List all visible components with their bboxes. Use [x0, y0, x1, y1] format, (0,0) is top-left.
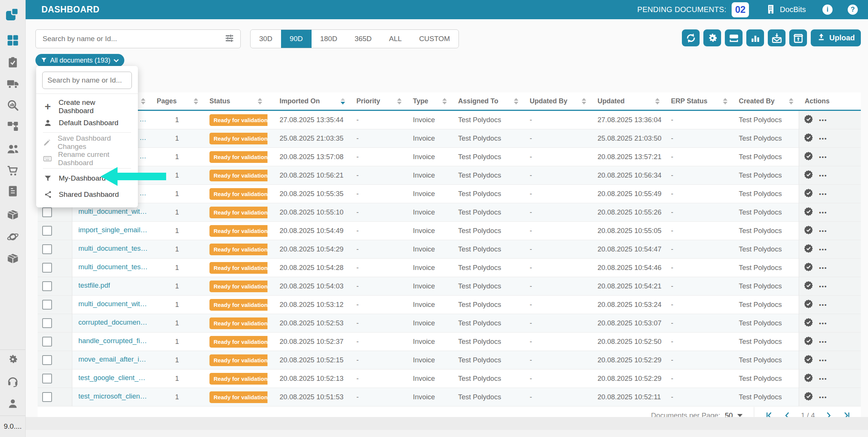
row-more-button[interactable]: ••• [819, 376, 827, 382]
row-checkbox[interactable] [42, 263, 52, 273]
sort-icon[interactable] [141, 98, 145, 104]
row-checkbox[interactable] [42, 300, 52, 310]
header-assigned-to[interactable]: Assigned To [452, 92, 524, 110]
menu-item-default-dashboard[interactable]: Default Dashboard [36, 115, 138, 131]
sidebar-item-shipments[interactable] [0, 76, 25, 92]
header-imported-on[interactable]: Imported On [267, 92, 350, 110]
sidebar-item-support[interactable] [0, 373, 25, 390]
header-erp-status[interactable]: ERP Status [665, 92, 733, 110]
help-icon[interactable]: ? [848, 5, 858, 15]
archive-upload-button[interactable] [789, 29, 807, 46]
validated-seal-icon[interactable] [804, 354, 813, 366]
row-more-button[interactable]: ••• [819, 320, 827, 327]
document-link[interactable]: testfile.pdf [78, 281, 110, 290]
validated-seal-icon[interactable] [804, 151, 813, 163]
filter-tune-icon[interactable] [225, 33, 234, 44]
validated-seal-icon[interactable] [804, 244, 813, 255]
refresh-button[interactable] [682, 29, 700, 46]
row-more-button[interactable]: ••• [819, 172, 827, 179]
menu-item-create-dashboard[interactable]: + Create new Dashboard [36, 98, 138, 115]
row-checkbox[interactable] [42, 226, 52, 236]
document-link[interactable]: test_microsoft_client… [78, 392, 148, 400]
row-checkbox[interactable] [42, 337, 52, 347]
validated-seal-icon[interactable] [804, 133, 813, 144]
sort-icon[interactable] [397, 98, 402, 104]
validated-seal-icon[interactable] [804, 336, 813, 348]
row-more-button[interactable]: ••• [819, 117, 827, 123]
sort-icon[interactable] [789, 98, 793, 104]
document-link[interactable]: … [139, 115, 147, 123]
validated-seal-icon[interactable] [804, 317, 813, 329]
sort-icon[interactable] [655, 98, 660, 104]
sidebar-item-dashboard[interactable] [0, 32, 25, 49]
sidebar-item-package-2[interactable] [0, 250, 25, 267]
menu-item-shared-dashboard[interactable]: Shared Dashbaord [36, 186, 138, 202]
sidebar-item-integrations[interactable] [0, 228, 25, 245]
header-priority[interactable]: Priority [350, 92, 407, 110]
validated-seal-icon[interactable] [804, 114, 813, 126]
header-updated[interactable]: Updated [591, 92, 665, 110]
validated-seal-icon[interactable] [804, 207, 813, 218]
row-checkbox[interactable] [42, 244, 52, 254]
settings-button[interactable] [703, 29, 721, 46]
menu-item-save-dashboard[interactable]: Save Dashboard Changes [36, 134, 138, 150]
document-link[interactable]: move_email_after_im… [78, 355, 148, 363]
range-30d[interactable]: 30D [251, 30, 281, 48]
row-more-button[interactable]: ••• [819, 228, 827, 234]
header-status[interactable]: Status [203, 92, 267, 110]
row-more-button[interactable]: ••• [819, 283, 827, 290]
dropdown-search-input[interactable] [43, 76, 131, 85]
sidebar-item-users[interactable] [0, 140, 25, 157]
docbits-logo-icon[interactable] [0, 6, 25, 23]
document-link[interactable]: multi_document_with… [78, 300, 148, 308]
row-more-button[interactable]: ••• [819, 357, 827, 363]
sidebar-item-orders[interactable] [0, 163, 25, 179]
header-pages[interactable]: Pages [151, 92, 203, 110]
row-checkbox[interactable] [42, 207, 52, 217]
document-link[interactable]: test_google_client_20… [78, 374, 148, 382]
document-link[interactable]: handle_corrupted_file… [78, 337, 148, 345]
document-link[interactable]: … [139, 189, 147, 197]
row-more-button[interactable]: ••• [819, 135, 827, 142]
row-more-button[interactable]: ••• [819, 339, 827, 345]
sort-icon[interactable] [258, 98, 262, 104]
document-link[interactable]: multi_document_test… [78, 244, 148, 253]
range-365d[interactable]: 365D [346, 30, 380, 48]
range-180d[interactable]: 180D [312, 30, 346, 48]
document-link[interactable]: … [139, 133, 147, 142]
row-more-button[interactable]: ••• [819, 265, 827, 271]
header-updated-by[interactable]: Updated By [524, 92, 591, 110]
row-checkbox[interactable] [42, 318, 52, 328]
info-icon[interactable]: i [822, 5, 833, 15]
validated-seal-icon[interactable] [804, 170, 813, 181]
document-link[interactable]: multi_document_test… [78, 263, 148, 271]
validated-seal-icon[interactable] [804, 391, 813, 403]
document-link[interactable]: import_single_email_… [78, 226, 148, 234]
mail-import-button[interactable] [768, 29, 785, 46]
range-all[interactable]: ALL [381, 30, 411, 48]
row-checkbox[interactable] [42, 281, 52, 291]
header-created-by[interactable]: Created By [733, 92, 799, 110]
row-checkbox[interactable] [42, 374, 52, 383]
validated-seal-icon[interactable] [804, 188, 813, 200]
row-more-button[interactable]: ••• [819, 302, 827, 308]
menu-item-rename-dashboard[interactable]: Rename current Dashboard [36, 150, 138, 167]
validated-seal-icon[interactable] [804, 262, 813, 274]
header-type[interactable]: Type [407, 92, 452, 110]
row-checkbox[interactable] [42, 392, 52, 402]
sort-icon[interactable] [194, 98, 198, 104]
document-link[interactable]: multi_document_with… [78, 207, 148, 216]
sidebar-item-package[interactable] [0, 206, 25, 223]
sidebar-item-workflow[interactable] [0, 118, 25, 135]
validated-seal-icon[interactable] [804, 299, 813, 311]
search-input[interactable] [36, 34, 225, 43]
sidebar-item-profile[interactable] [0, 395, 25, 412]
sort-icon-active-desc[interactable] [341, 98, 345, 104]
sort-icon[interactable] [442, 98, 447, 104]
sidebar-item-invoices[interactable] [0, 183, 25, 199]
row-more-button[interactable]: ••• [819, 394, 827, 400]
row-more-button[interactable]: ••• [819, 209, 827, 216]
validated-seal-icon[interactable] [804, 281, 813, 292]
row-checkbox[interactable] [42, 355, 52, 365]
sort-icon[interactable] [723, 98, 727, 104]
